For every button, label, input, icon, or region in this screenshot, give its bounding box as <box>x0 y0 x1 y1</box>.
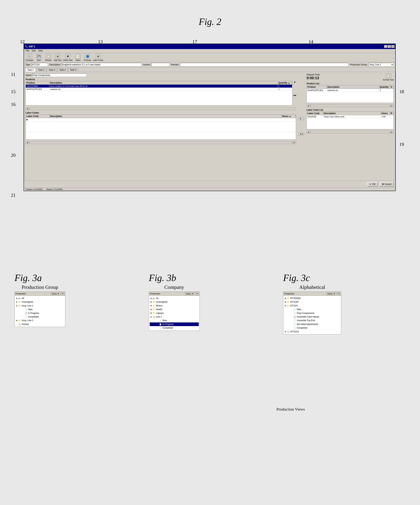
list-item[interactable]: 📄 Completed <box>150 326 199 330</box>
expand-icon[interactable]: ⊞ <box>15 319 18 322</box>
list-item[interactable]: 📄 Completed <box>15 315 64 319</box>
tab-task5[interactable]: Task 5 <box>68 68 78 72</box>
products-label: Products <box>84 59 91 61</box>
list-item[interactable]: 📄 New <box>150 319 199 322</box>
maximize-button[interactable]: □ <box>388 45 391 48</box>
transfer-right-button[interactable]: ◄ <box>299 117 304 120</box>
notes-button[interactable]: 📝 Notes <box>74 54 82 61</box>
menu-edit[interactable]: Edit <box>31 49 37 52</box>
list-item[interactable]: ⊟ 📁 KIT21N <box>284 304 340 308</box>
list-item[interactable]: ⊞ 📁 Motors <box>150 304 199 308</box>
tab-task1[interactable]: Task 1 <box>25 68 36 72</box>
table-row[interactable]: ▶ <box>26 118 296 121</box>
table-row[interactable]: SHOPSUPPLIES solvents etc. 1 <box>307 89 394 92</box>
invoice-input[interactable] <box>151 63 170 66</box>
type-label: Type <box>25 63 30 66</box>
elapsed-area: Elapsed Time 0:00:13 <box>307 73 320 80</box>
table-row[interactable] <box>307 92 394 103</box>
expand-icon[interactable]: ⊟ <box>284 304 287 307</box>
expand-icon[interactable]: ⊞ <box>284 297 287 300</box>
expand-icon[interactable]: ⊞ <box>150 308 152 311</box>
list-item[interactable]: ⊞ 📁 Unassigned <box>15 300 64 304</box>
lcl-scroll-left[interactable]: ◄ <box>307 131 310 133</box>
list-item[interactable]: 📋 Archive <box>15 322 64 326</box>
tab-task3[interactable]: Task 3 <box>47 68 57 72</box>
expand-icon[interactable]: ⊞ <box>150 297 152 300</box>
list-item[interactable]: 📄 Set Initial Adjustments <box>284 322 340 326</box>
expand-icon[interactable]: ⊞ <box>15 300 18 303</box>
expand-icon[interactable]: ⊞ <box>150 300 152 303</box>
table-row[interactable]: 025121058G hose-coolant, w \\ oil cooler… <box>26 85 292 88</box>
description-input[interactable]: longblock-waterbox 2.1, w \\ new heads <box>62 63 142 66</box>
fig3c-views-button[interactable]: Views ▼ <box>327 292 336 295</box>
lc-scroll-right[interactable]: ► <box>292 141 296 144</box>
scroll-right-arrow2[interactable]: ◀◀ <box>293 94 296 96</box>
expand-icon[interactable]: ⊞ <box>284 300 287 303</box>
add-task-button[interactable]: ⊕ Add Task <box>54 54 62 61</box>
close-button[interactable]: ✕ <box>391 45 395 48</box>
lcl-scroll-right[interactable]: ► <box>390 131 394 133</box>
name-label: Name <box>26 74 31 76</box>
list-item[interactable]: 📄 Completed <box>284 326 340 330</box>
list-item[interactable]: ⊞ 📁 KIT20SQN <box>284 297 340 300</box>
transfer-left-button[interactable]: ◄◄ <box>299 133 304 136</box>
menu-file[interactable]: File <box>25 49 30 52</box>
list-item[interactable]: ⊞ 📁 Unassigned <box>150 300 199 304</box>
fig3a-close-button[interactable]: ✕ <box>61 292 64 295</box>
activate-task-button[interactable]: 📋 Activate Task <box>383 73 394 81</box>
table-row[interactable] <box>26 121 296 132</box>
name-input[interactable] <box>32 73 86 77</box>
cancel-button[interactable]: ✖ Cancel <box>380 182 394 187</box>
ok-button[interactable]: ✔ OK <box>367 182 378 187</box>
fig3a-views-button[interactable]: Views ▼ <box>51 292 60 295</box>
list-item[interactable]: ⊟ 📋 Line 1 <box>150 315 199 319</box>
list-item[interactable]: ⊞ 📁 Heads <box>150 308 199 311</box>
tab-task2[interactable]: Task 2 <box>36 68 46 72</box>
expand-icon[interactable]: ⊞ <box>150 304 152 307</box>
pl-scroll-right[interactable]: ► <box>390 104 394 107</box>
tab-task4[interactable]: Task 4 <box>57 68 68 72</box>
list-item[interactable]: 📋 Assemble Case Halves <box>284 315 340 319</box>
complete-button[interactable]: □ Complete <box>25 54 33 61</box>
list-item[interactable]: ⊞ 📁 Assy. Line 2 <box>15 319 64 322</box>
delete-task-button[interactable]: ✖ Delete Task <box>63 54 73 61</box>
labor-codes-button[interactable]: ⊕ Labor Codes <box>93 54 103 61</box>
table-row[interactable]: 01010203 Clean case halves and... 1.00 <box>307 115 394 118</box>
pl-scroll-left[interactable]: ◄ <box>307 104 310 107</box>
table-row[interactable]: SHOPSUPPLIES solvents etc. 1 <box>26 88 292 91</box>
list-item[interactable]: 📄 Prep Components <box>284 311 340 315</box>
expand-icon[interactable]: ⊟ <box>150 315 152 318</box>
table-row[interactable] <box>26 91 292 105</box>
table-row[interactable] <box>26 132 296 139</box>
expand-icon[interactable]: ⊞ <box>15 297 18 300</box>
lc-scroll-left[interactable]: ◄ <box>26 141 29 144</box>
minimize-button[interactable]: _ <box>384 45 387 48</box>
prod-group-select[interactable]: Assy. Line 1 <box>368 63 394 66</box>
expand-icon[interactable]: ⊟ <box>15 304 18 307</box>
scroll-left-arrow[interactable]: ◄ <box>26 107 29 110</box>
products-button[interactable]: 🔵 Products <box>83 54 92 61</box>
list-item[interactable]: ⊞ 📁 KIT2180 <box>284 300 340 304</box>
list-item[interactable]: 📋 In Progress <box>150 322 199 326</box>
expand-icon[interactable]: ⊞ <box>284 330 287 333</box>
fig3b-close-button[interactable]: ✕ <box>195 292 199 295</box>
table-row[interactable] <box>307 118 394 129</box>
save-button[interactable]: 💾 Save <box>35 54 43 61</box>
list-item[interactable]: ⊟ 📁 Assy. Line 1 <box>15 304 64 308</box>
list-item[interactable]: ⊞ 🗂 All <box>150 297 199 300</box>
list-item[interactable]: ⊞ 🗂 All <box>15 297 64 300</box>
list-item[interactable]: ⊞ 📁 Laptops <box>150 311 199 315</box>
menu-view[interactable]: View <box>37 49 44 52</box>
list-item[interactable]: 📋 In Progress <box>15 311 64 315</box>
list-item[interactable]: 📄 New <box>284 308 340 311</box>
activate-button[interactable]: 📋 Activate <box>44 54 52 61</box>
list-item[interactable]: ⊞ 📋 KIT21C0 <box>284 330 340 334</box>
list-item[interactable]: 📄 New <box>15 308 64 311</box>
fig3c-close-button[interactable]: ✕ <box>337 292 340 295</box>
type-input[interactable]: KIT21N <box>31 63 48 66</box>
list-item[interactable]: 📄 Assemble Top End <box>284 319 340 322</box>
fig3b-views-button[interactable]: Views ▼ <box>185 292 195 295</box>
remark-input[interactable] <box>180 63 348 66</box>
scroll-right-arrow[interactable]: ◀ <box>294 81 295 83</box>
expand-icon[interactable]: ⊞ <box>150 312 152 315</box>
